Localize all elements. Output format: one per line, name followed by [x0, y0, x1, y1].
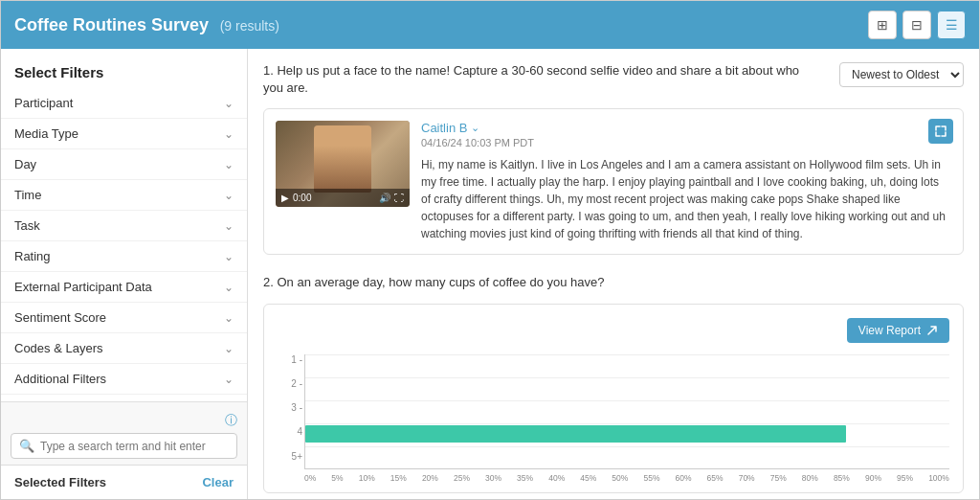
x-label-60: 60%	[676, 473, 692, 483]
chevron-down-icon: ⌄	[224, 373, 234, 386]
filter-day[interactable]: Day ⌄	[1, 149, 247, 180]
selected-filters-label: Selected Filters	[14, 475, 106, 489]
sidebar-search-area: ⓘ 🔍	[1, 401, 247, 465]
grid-line-4	[305, 423, 949, 424]
y-label-4: 4	[278, 426, 302, 437]
list-view-button[interactable]: ☰	[937, 11, 966, 39]
video-thumbnail[interactable]: ▶ 0:00 🔊 ⛶	[276, 121, 410, 207]
chevron-down-icon: ⌄	[224, 158, 234, 171]
response-author: Caitlin B ⌄	[421, 121, 951, 135]
expand-button[interactable]	[928, 119, 953, 144]
chevron-down-icon: ⌄	[224, 219, 234, 233]
view-report-label: View Report	[858, 324, 921, 337]
fullscreen-icon[interactable]: ⛶	[394, 193, 404, 203]
chevron-down-icon: ⌄	[224, 311, 234, 325]
search-input[interactable]	[40, 440, 229, 453]
chevron-down-icon: ⌄	[224, 97, 234, 110]
volume-icon[interactable]: 🔊	[379, 193, 390, 203]
y-label-1: 1 -	[278, 354, 302, 365]
author-chevron-icon: ⌄	[471, 122, 479, 134]
filter-sentiment-label: Sentiment Score	[14, 310, 106, 325]
chevron-down-icon: ⌄	[224, 281, 234, 294]
x-label-40: 40%	[548, 473, 565, 483]
x-label-95: 95%	[897, 473, 913, 483]
question-1-block: 1. Help us put a face to the name! Captu…	[263, 62, 964, 255]
sidebar-filters-area: Select Filters Participant ⌄ Media Type …	[1, 49, 247, 401]
search-info-icon[interactable]: ⓘ	[11, 412, 237, 429]
filter-sentiment-score[interactable]: Sentiment Score ⌄	[1, 303, 247, 333]
compact-view-button[interactable]: ⊞	[868, 11, 897, 39]
survey-title: Coffee Routines Survey	[14, 15, 209, 34]
chart-header: View Report	[278, 318, 949, 343]
y-label-3: 3 -	[278, 402, 302, 413]
filter-time-label: Time	[14, 188, 41, 202]
grid-view-button[interactable]: ⊟	[902, 11, 931, 39]
view-toggle-group: ⊞ ⊟ ☰	[868, 11, 966, 39]
clear-filters-button[interactable]: Clear	[202, 475, 234, 489]
x-label-25: 25%	[454, 473, 470, 483]
x-label-90: 90%	[865, 473, 881, 483]
chevron-down-icon: ⌄	[224, 127, 234, 141]
x-label-45: 45%	[580, 473, 596, 483]
chevron-down-icon: ⌄	[224, 250, 234, 263]
sort-select[interactable]: Newest to Oldest Oldest to Newest	[839, 62, 964, 87]
filter-codes-layers[interactable]: Codes & Layers ⌄	[1, 333, 247, 364]
question-2-body: On an average day, how many cups of coff…	[277, 275, 604, 289]
play-button[interactable]: ▶	[281, 193, 289, 203]
grid-line-3	[305, 400, 949, 401]
x-label-35: 35%	[517, 473, 533, 483]
filter-time[interactable]: Time ⌄	[1, 180, 247, 211]
grid-line-5	[305, 446, 949, 447]
filter-participant[interactable]: Participant ⌄	[1, 88, 247, 119]
x-axis-labels: 0% 5% 10% 15% 20% 25% 30% 35% 40% 45% 50…	[304, 473, 949, 483]
x-label-20: 20%	[422, 473, 438, 483]
x-label-5: 5%	[331, 473, 343, 483]
video-time: 0:00	[293, 193, 311, 203]
sidebar: Select Filters Participant ⌄ Media Type …	[1, 49, 248, 499]
filter-additional-label: Additional Filters	[14, 372, 106, 386]
x-label-50: 50%	[612, 473, 628, 483]
x-label-100: 100%	[928, 473, 949, 483]
view-report-button[interactable]: View Report	[847, 318, 949, 343]
filter-rating[interactable]: Rating ⌄	[1, 241, 247, 272]
search-box: 🔍	[11, 433, 237, 459]
body: Select Filters Participant ⌄ Media Type …	[1, 49, 979, 499]
filter-task-label: Task	[14, 218, 40, 233]
x-label-70: 70%	[739, 473, 755, 483]
filter-additional[interactable]: Additional Filters ⌄	[1, 364, 247, 395]
y-label-2: 2 -	[278, 378, 302, 389]
author-name[interactable]: Caitlin B	[421, 121, 467, 135]
response-content: Caitlin B ⌄ 04/16/24 10:03 PM PDT Hi, my…	[421, 121, 951, 242]
y-label-5: 5+	[278, 451, 302, 462]
filter-task[interactable]: Task ⌄	[1, 211, 247, 241]
search-icon: 🔍	[19, 439, 34, 453]
filter-rating-label: Rating	[14, 249, 51, 263]
filter-external-participant-data[interactable]: External Participant Data ⌄	[1, 272, 247, 303]
question-1-body: Help us put a face to the name! Capture …	[263, 63, 799, 95]
select-filters-title: Select Filters	[1, 58, 247, 88]
question-2-header: 2. On an average day, how many cups of c…	[263, 274, 964, 291]
filter-media-type[interactable]: Media Type ⌄	[1, 119, 247, 149]
chart-section: View Report 1 - 2 - 3 -	[263, 304, 964, 493]
response-text: Hi, my name is Kaitlyn. I live in Los An…	[421, 156, 951, 242]
video-person-silhouette	[314, 125, 371, 193]
x-label-30: 30%	[485, 473, 501, 483]
response-card: ▶ 0:00 🔊 ⛶ Caitlin B ⌄ 04/16/24 10:03 PM…	[263, 108, 964, 255]
question-1-number: 1.	[263, 63, 274, 78]
filter-day-label: Day	[14, 157, 36, 171]
question-2-block: 2. On an average day, how many cups of c…	[263, 274, 964, 492]
app-container: Coffee Routines Survey (9 results) ⊞ ⊟ ☰…	[0, 0, 980, 500]
main-content: 1. Help us put a face to the name! Captu…	[248, 49, 979, 499]
response-date: 04/16/24 10:03 PM PDT	[421, 137, 951, 148]
x-label-75: 75%	[770, 473, 787, 483]
grid-line-1	[305, 354, 949, 355]
question-2-text: 2. On an average day, how many cups of c…	[263, 274, 964, 291]
sidebar-footer: Selected Filters Clear	[1, 465, 247, 499]
x-label-55: 55%	[643, 473, 659, 483]
filter-external-label: External Participant Data	[14, 280, 152, 294]
header-title-area: Coffee Routines Survey (9 results)	[14, 15, 279, 35]
bar-chart: 1 - 2 - 3 - 4 5+	[278, 354, 949, 483]
question-2-number: 2.	[263, 275, 274, 289]
filter-participant-label: Participant	[14, 96, 73, 110]
x-label-80: 80%	[802, 473, 818, 483]
